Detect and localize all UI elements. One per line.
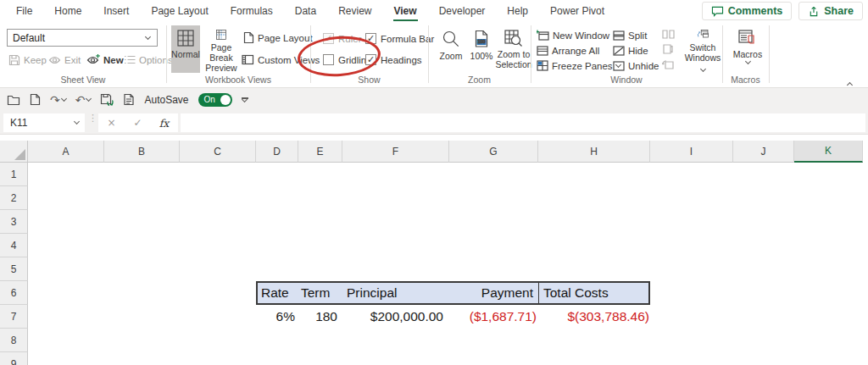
open-file-button[interactable] (7, 94, 20, 106)
excel-window: File Home Insert Page Layout Formulas Da… (0, 0, 868, 365)
arrange-all-icon (537, 46, 548, 56)
ribbon-view-tab-content: Default Keep Exit New Options Sheet View… (0, 23, 868, 88)
column-header-i[interactable]: I (650, 141, 733, 163)
select-all-corner[interactable] (0, 141, 28, 163)
ruler-checkbox-row[interactable]: Ruler (323, 33, 361, 44)
headings-checkbox-row[interactable]: Headings (365, 54, 422, 65)
cb-gridlines[interactable] (323, 54, 334, 65)
customize-qat-button[interactable] (242, 97, 248, 101)
comments-button[interactable]: Comments (702, 2, 793, 20)
cell-g6[interactable]: Payment (449, 283, 538, 303)
zoom-group-label: Zoom (428, 75, 531, 85)
reset-window-position-button[interactable] (662, 59, 675, 69)
row-header-8[interactable]: 8 (0, 329, 28, 352)
name-box[interactable]: K11 (3, 113, 85, 132)
ruler-checkbox[interactable] (323, 33, 334, 44)
split-button[interactable]: Split (613, 29, 647, 41)
row-header-6[interactable]: 6 (0, 281, 28, 305)
column-header-h[interactable]: H (538, 141, 650, 163)
tab-developer[interactable]: Developer (428, 0, 497, 23)
sync-scrolling-icon (662, 44, 675, 54)
print-preview-button[interactable] (123, 93, 135, 106)
cell-d7[interactable]: 6% (256, 305, 298, 329)
show-group-label: Show (310, 75, 428, 85)
new-window-button[interactable]: New Window (537, 29, 609, 41)
row-header-5[interactable]: 5 (0, 257, 28, 281)
autosave-toggle[interactable]: On (198, 93, 232, 107)
tab-power-pivot[interactable]: Power Pivot (539, 0, 615, 23)
share-button[interactable]: Share (798, 2, 863, 20)
formula-input[interactable] (181, 113, 865, 132)
cell-h7[interactable]: $(303,788.46) (538, 305, 650, 329)
row-header-1[interactable]: 1 (0, 163, 28, 186)
enter-icon[interactable]: ✓ (125, 117, 151, 129)
side-by-side-icon (662, 29, 675, 39)
page-break-preview-button[interactable]: Page Break Preview (202, 25, 241, 73)
cell-f6[interactable]: Principal (342, 283, 449, 303)
page-layout-view-button[interactable]: Page Layout (243, 31, 313, 44)
tab-data[interactable]: Data (284, 0, 327, 23)
zoom-to-selection-button[interactable]: Zoom to Selection (496, 25, 531, 73)
exit-sheet-view-button[interactable]: Exit (48, 53, 81, 66)
save-button[interactable] (100, 93, 114, 106)
normal-view-button[interactable]: Normal (171, 25, 200, 73)
unhide-button[interactable]: Unhide (613, 59, 659, 72)
tab-view[interactable]: View (383, 0, 428, 23)
column-header-a[interactable]: A (28, 141, 104, 163)
cell-e6[interactable]: Term (298, 283, 342, 303)
arrange-all-button[interactable]: Arrange All (537, 44, 599, 57)
custom-views-button[interactable]: Custom Views (242, 53, 320, 66)
cb-headings[interactable] (365, 54, 376, 65)
insert-function-icon[interactable]: fx (151, 117, 177, 130)
column-header-j[interactable]: J (733, 141, 794, 163)
select-all-triangle-icon (14, 149, 25, 160)
tab-formulas[interactable]: Formulas (220, 0, 284, 23)
formula-bar-resizer[interactable]: ⋮ (88, 115, 95, 120)
undo-button[interactable]: ↶ (75, 94, 92, 106)
tab-insert[interactable]: Insert (92, 0, 140, 23)
cancel-icon[interactable]: × (98, 117, 125, 129)
print-preview-icon (123, 93, 135, 106)
column-header-k-selected[interactable]: K (794, 141, 863, 163)
cb-formula-bar[interactable] (365, 33, 376, 44)
formula-bar-checkbox-row[interactable]: Formula Bar (365, 33, 434, 44)
sheet-view-selector[interactable]: Default (7, 29, 158, 47)
tab-home[interactable]: Home (43, 0, 92, 23)
view-side-by-side-button[interactable] (662, 29, 675, 39)
keep-sheet-view-button[interactable]: Keep (8, 53, 47, 66)
zoom-button[interactable]: Zoom (435, 25, 467, 73)
new-sheet-view-button[interactable]: New (86, 53, 124, 66)
chevron-up-icon (847, 82, 853, 88)
zoom-100-button[interactable]: 100 100% (467, 25, 496, 73)
new-file-button[interactable] (30, 93, 41, 106)
column-header-e[interactable]: E (298, 141, 342, 163)
row-header-9[interactable]: 9 (0, 352, 28, 365)
cell-d6[interactable]: Rate (258, 283, 298, 303)
tab-file[interactable]: File (5, 0, 43, 23)
row-header-2[interactable]: 2 (0, 186, 28, 210)
sheet-view-options-button[interactable]: Options (124, 53, 173, 66)
switch-windows-button[interactable]: Switch Windows (682, 25, 724, 73)
freeze-panes-button[interactable]: Freeze Panes (537, 59, 620, 72)
cell-h6[interactable]: Total Costs (538, 283, 648, 303)
cell-g7[interactable]: ($1,687.71) (449, 305, 538, 329)
redo-button[interactable]: ↷ (50, 94, 66, 106)
row-header-3[interactable]: 3 (0, 210, 28, 234)
hide-icon (613, 46, 625, 56)
row-header-4[interactable]: 4 (0, 234, 28, 257)
column-header-c[interactable]: C (180, 141, 256, 163)
synchronous-scrolling-button[interactable] (662, 44, 675, 54)
hide-button[interactable]: Hide (613, 44, 648, 57)
tab-page-layout[interactable]: Page Layout (140, 0, 219, 23)
macros-button[interactable]: Macros (729, 25, 766, 73)
share-icon (808, 6, 820, 17)
tab-help[interactable]: Help (496, 0, 539, 23)
column-header-g[interactable]: G (449, 141, 538, 163)
column-header-f[interactable]: F (342, 141, 449, 163)
cell-f7[interactable]: $200,000.00 (342, 305, 449, 329)
column-header-d[interactable]: D (256, 141, 298, 163)
tab-review[interactable]: Review (327, 0, 382, 23)
cell-e7[interactable]: 180 (298, 305, 342, 329)
column-header-b[interactable]: B (104, 141, 180, 163)
row-header-7[interactable]: 7 (0, 305, 28, 329)
